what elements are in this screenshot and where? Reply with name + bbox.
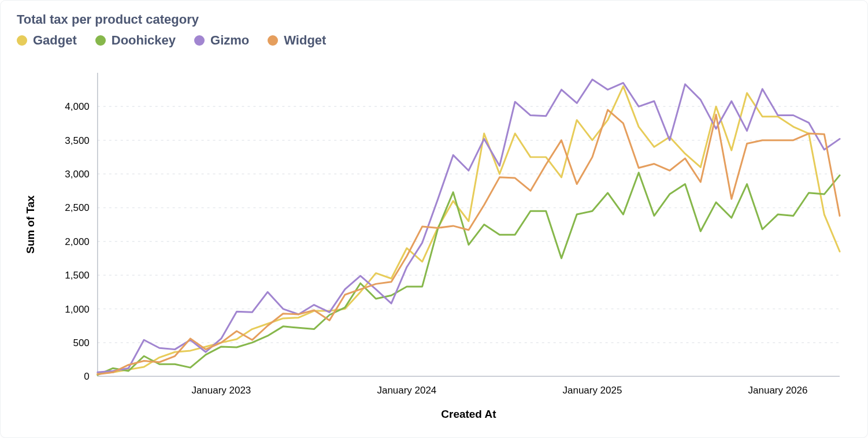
- y-tick-label: 1,500: [65, 270, 89, 281]
- y-tick-label: 0: [84, 371, 89, 382]
- y-tick-label: 3,500: [65, 135, 89, 146]
- chart-card: Total tax per product category Gadget Do…: [0, 0, 868, 438]
- legend-label-widget: Widget: [284, 33, 326, 48]
- y-tick-label: 1,000: [65, 304, 89, 315]
- legend-swatch-gizmo: [194, 35, 205, 46]
- legend-label-gadget: Gadget: [33, 33, 77, 48]
- legend-swatch-gadget: [17, 35, 27, 46]
- y-axis-title: Sum of Tax: [24, 195, 36, 254]
- series-line-doohickey[interactable]: [98, 173, 840, 375]
- y-tick-label: 500: [73, 337, 90, 348]
- series-line-gizmo[interactable]: [98, 80, 840, 373]
- x-tick-label: January 2025: [563, 385, 622, 396]
- line-chart-svg: 05001,0001,5002,0002,5003,0003,5004,000J…: [17, 61, 851, 428]
- legend-label-gizmo: Gizmo: [210, 33, 249, 48]
- y-tick-label: 2,500: [65, 202, 89, 213]
- legend-label-doohickey: Doohickey: [112, 33, 176, 48]
- y-tick-label: 4,000: [65, 101, 89, 112]
- x-tick-label: January 2024: [377, 385, 436, 396]
- chart-title: Total tax per product category: [17, 12, 851, 27]
- legend-swatch-doohickey: [95, 35, 106, 46]
- legend-swatch-widget: [268, 35, 278, 46]
- legend-item-widget[interactable]: Widget: [268, 33, 326, 48]
- x-axis-title: Created At: [441, 408, 496, 420]
- legend-item-gadget[interactable]: Gadget: [17, 33, 77, 48]
- legend-item-doohickey[interactable]: Doohickey: [95, 33, 176, 48]
- y-tick-label: 2,000: [65, 236, 89, 247]
- x-tick-label: January 2023: [191, 385, 251, 396]
- x-tick-label: January 2026: [748, 385, 808, 396]
- y-tick-label: 3,000: [65, 169, 89, 180]
- chart-plot-area[interactable]: 05001,0001,5002,0002,5003,0003,5004,000J…: [17, 61, 851, 428]
- chart-legend: Gadget Doohickey Gizmo Widget: [17, 33, 851, 48]
- legend-item-gizmo[interactable]: Gizmo: [194, 33, 249, 48]
